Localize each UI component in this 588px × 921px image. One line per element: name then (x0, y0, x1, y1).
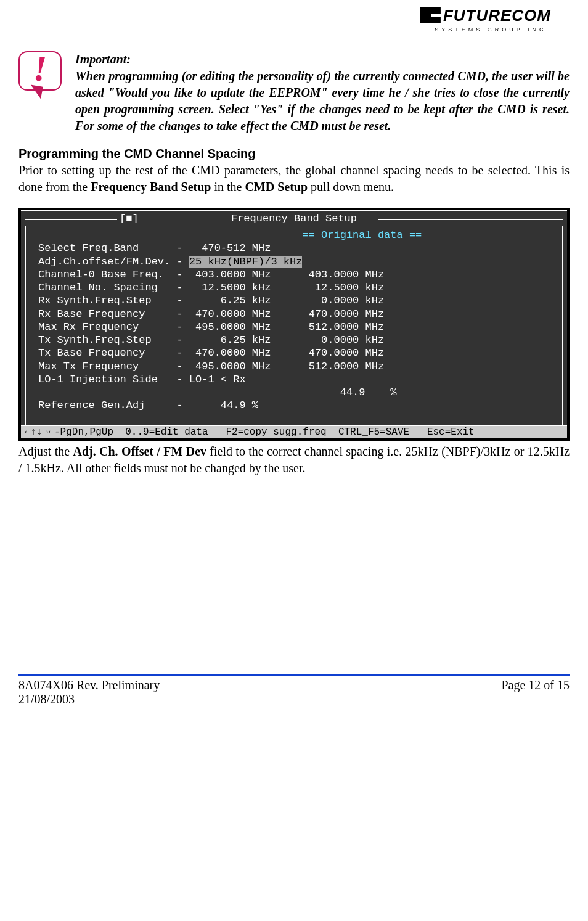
terminal-footer: ←↑↓→←-PgDn,PgUp 0..9=Edit data F2=copy s… (21, 426, 567, 438)
important-body: When programming (or editing the persona… (75, 69, 570, 133)
footer-rule (18, 674, 570, 676)
important-text: Important: When programming (or editing … (75, 51, 570, 134)
exclamation-icon: ! (18, 51, 68, 91)
logo-main: FUTURECOM (420, 6, 551, 25)
important-block: ! Important: When programming (or editin… (18, 51, 570, 134)
important-heading: Important: (75, 52, 131, 66)
after-terminal-text: Adjust the Adj. Ch. Offset / FM Dev fiel… (18, 443, 570, 477)
section-heading: Programming the CMD Channel Spacing (18, 147, 570, 161)
footer-page: Page 12 of 15 (501, 678, 570, 706)
page-footer: 8A074X06 Rev. Preliminary 21/08/2003 Pag… (18, 678, 570, 706)
terminal-screenshot: [■] Frequency Band Setup == Original dat… (18, 208, 570, 441)
section-intro: Prior to setting up the rest of the CMD … (18, 162, 570, 195)
header-logo: FUTURECOM SYSTEMS GROUP INC. (18, 6, 570, 33)
logo-sub: SYSTEMS GROUP INC. (18, 27, 551, 33)
footer-date: 21/08/2003 (18, 692, 160, 706)
footer-docid: 8A074X06 Rev. Preliminary (18, 678, 160, 692)
